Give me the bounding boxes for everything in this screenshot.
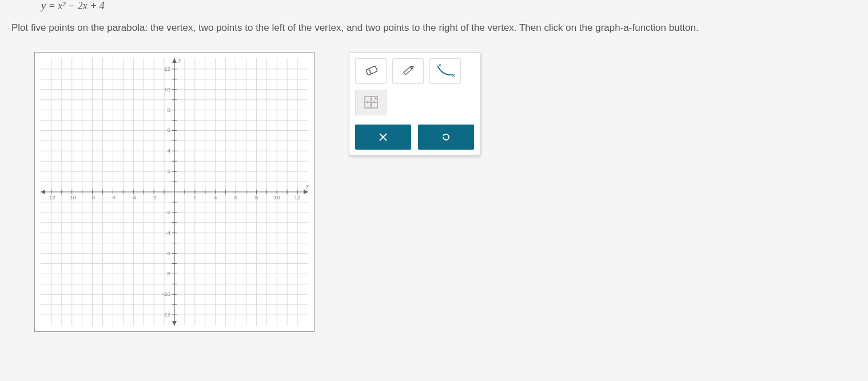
svg-text:✕: ✕ [452,73,455,78]
svg-marker-136 [443,134,444,137]
svg-text:-12: -12 [162,311,171,318]
point-plot-icon: ✕ [363,94,380,110]
svg-text:-4: -4 [165,229,170,235]
pencil-tool-button[interactable] [392,58,424,84]
close-icon [379,133,388,142]
svg-text:12: 12 [294,194,301,200]
coordinate-plane[interactable]: -12 -10 -8 -6 -4 -2 2 4 6 8 10 12 12 10 … [34,52,314,332]
svg-text:10: 10 [164,86,171,93]
tool-panel: ✕ ✕ ✕ [349,52,480,156]
eraser-tool-button[interactable] [355,58,387,84]
svg-text:✕: ✕ [438,63,442,68]
svg-text:-8: -8 [165,270,170,276]
svg-text:10: 10 [274,194,281,200]
svg-text:-8: -8 [90,194,95,200]
svg-text:4: 4 [214,194,217,200]
svg-text:8: 8 [255,194,258,200]
svg-text:-4: -4 [131,194,136,200]
y-axis-arrow-down [172,321,177,326]
x-axis-label: x [305,182,309,189]
svg-text:-6: -6 [165,250,170,256]
svg-text:-10: -10 [68,194,77,200]
x-axis-arrow-right [304,190,308,194]
svg-text:8: 8 [167,106,170,113]
eraser-icon [363,65,379,77]
undo-icon [441,132,451,142]
y-axis-arrow-up [172,58,177,63]
svg-line-121 [369,69,371,74]
x-axis-arrow-left [41,190,45,194]
svg-text:12: 12 [164,66,171,72]
graph-svg[interactable]: -12 -10 -8 -6 -4 -2 2 4 6 8 10 12 12 10 … [35,53,314,331]
svg-text:4: 4 [167,147,170,154]
svg-text:✕: ✕ [374,97,377,101]
svg-text:2: 2 [167,168,170,174]
svg-text:-2: -2 [165,209,170,215]
svg-text:-10: -10 [162,291,171,297]
point-plot-tool-button[interactable]: ✕ [355,90,387,115]
svg-text:-12: -12 [47,194,56,200]
curve-icon: ✕ ✕ [436,63,455,78]
svg-marker-123 [410,65,414,69]
clear-button[interactable] [355,125,411,150]
equation-text: y = x² − 2x + 4 [0,0,868,17]
svg-text:6: 6 [234,194,238,200]
svg-text:6: 6 [167,127,170,133]
graph-a-function-button[interactable]: ✕ ✕ [429,58,461,84]
instruction-text: Plot five points on the parabola: the ve… [0,17,868,41]
svg-rect-120 [365,66,377,76]
svg-text:2: 2 [193,194,197,200]
work-area: -12 -10 -8 -6 -4 -2 2 4 6 8 10 12 12 10 … [0,41,868,332]
y-axis-label: y [178,56,181,63]
svg-text:-6: -6 [110,194,116,200]
svg-text:-2: -2 [152,194,157,200]
reset-button[interactable] [418,125,474,150]
pencil-icon [400,65,416,77]
